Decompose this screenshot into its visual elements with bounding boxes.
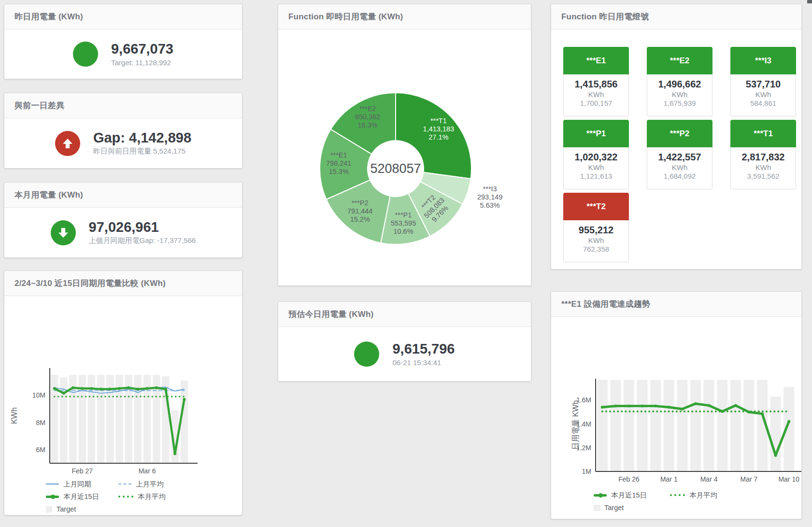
status-tiles-grid: ***E1 1,415,856 KWh 1,700,157 ***E2 1,49… [551,29,801,262]
target-bars [597,380,794,471]
stat-text: 97,026,961 上個月同期用電Gap: -17,377,566 [89,220,196,246]
status-circle-icon [73,42,98,67]
status-tile-name: ***T2 [586,202,606,212]
panel-yesterday-usage: 昨日用電量 (KWh) 9,667,073 Target: 11,128,992 [4,4,242,79]
legend-item[interactable]: Target [594,502,670,513]
x-axis-tick: Mar 10 [778,475,799,483]
status-tile-header: ***T1 [730,120,796,147]
x-axis-tick: Feb 26 [618,475,640,483]
y-axis-tick: 8M [36,419,45,427]
status-tile-name: ***T1 [754,129,773,139]
status-tile-header: ***E2 [647,47,712,74]
panel-title: 昨日用電量 (KWh) [14,11,83,22]
x-axis-tick: Mar 4 [700,475,718,483]
y-axis-tick: 6M [36,446,45,454]
scrollbar-thumb[interactable] [807,0,812,3]
panel-title: 本月用電量 (KWh) [14,189,83,200]
panel-today-forecast: 預估今日用電量 (KWh) 9,615,796 06-21 15:34:41 [278,301,531,382]
donut-chart-canvas: ***T11,413,18327.1%***I3293,1495.63%***T… [278,29,531,285]
trend-chart-legend: 本月近15日本月平均Target [594,490,801,513]
stat-value: 9,667,073 [111,42,173,57]
stat-content: 9,667,073 Target: 11,128,992 [4,29,242,79]
x-axis-tick: Mar 1 [660,475,678,483]
y-axis-tick: 1M [582,468,591,475]
status-tile-unit: KWh [731,90,796,99]
legend-item[interactable]: 本月平均 [118,491,242,502]
arrow-down-circle-icon [51,220,76,245]
stat-text: 9,615,796 06-21 15:34:41 [392,342,455,367]
status-tile-value: 1,020,322 [564,152,628,163]
status-tile-target: 1,675,939 [647,99,712,107]
legend-label: 本月平均 [138,492,166,501]
legend-item[interactable]: 本月平均 [670,490,801,500]
legend-item[interactable]: 本月近15日 [594,490,670,500]
status-tile-body: 1,415,856 KWh 1,700,157 [563,74,629,116]
panel-title: ***E1 設備用電達成趨勢 [561,299,650,310]
legend-label: 本月近15日 [63,492,99,501]
legend-marker-icon [118,484,131,484]
status-tile: ***P2 1,422,557 KWh 1,684,092 [647,120,712,189]
legend-item[interactable]: 本月近15日 [46,491,118,502]
panel-month-usage: 本月用電量 (KWh) 97,026,961 上個月同期用電Gap: -17,3… [4,182,242,258]
status-tile-target: 3,591,562 [731,172,796,180]
trend-chart: 1M1.2M1.4M1.6MFeb 26Mar 1Mar 4Mar 7Mar 1… [551,317,801,519]
status-tile-name: ***I3 [755,56,771,66]
legend-marker-icon [594,494,607,497]
status-tile-target: 1,121,613 [564,172,628,180]
panel-header: ***E1 設備用電達成趨勢 [551,292,801,317]
status-tile-unit: KWh [647,90,712,99]
status-tile-body: 1,020,322 KWh 1,121,613 [563,147,629,189]
legend-label: Target [57,505,76,513]
panel-title: 預估今日用電量 (KWh) [288,309,373,320]
stat-text: 9,667,073 Target: 11,128,992 [111,42,173,67]
stat-value: 97,026,961 [89,220,196,235]
legend-item[interactable]: Target [46,504,118,514]
stat-content: Gap: 4,142,898 昨日與前日用電量 5,524,175 [4,118,242,168]
legend-marker-icon [118,496,133,498]
stat-timestamp: 06-21 15:34:41 [392,358,455,367]
legend-marker-icon [46,496,59,498]
panel-header: 昨日用電量 (KWh) [4,4,242,29]
comparison-chart-legend: 上月同期上月平均本月近15日本月平均Target [46,479,242,514]
comparison-chart: 6M8M10MFeb 27Mar 6KWh 上月同期上月平均本月近15日本月平均… [4,296,242,515]
panel-header: 2/24~3/10 近15日同期用電量比較 (KWh) [4,271,242,296]
legend-marker-icon [594,505,600,511]
donut-center-value: 5208057 [370,161,421,176]
comparison-chart-canvas: 6M8M10MFeb 27Mar 6KWh [4,296,242,477]
status-tile-value: 955,212 [564,225,628,236]
status-tile-value: 1,422,557 [647,152,712,163]
y-axis-label: 日用電量 KWh [571,400,580,450]
legend-label: Target [604,504,624,512]
status-tile-header: ***I3 [730,47,796,74]
status-tile: ***E2 1,496,662 KWh 1,675,939 [647,47,712,116]
legend-marker-icon [46,484,59,484]
status-tile-target: 1,684,092 [647,172,712,180]
legend-label: 上月平均 [136,480,164,489]
stat-content: 9,615,796 06-21 15:34:41 [278,327,531,381]
right-column: Function 昨日用電燈號 ***E1 1,415,856 KWh 1,70… [551,4,802,519]
donut-chart: ***T11,413,18327.1%***I3293,1495.63%***T… [278,29,531,285]
panel-header: Function 昨日用電燈號 [551,4,801,29]
status-tile-target: 1,700,157 [564,99,628,107]
legend-item[interactable]: 上月同期 [46,479,118,489]
panel-title: Function 昨日用電燈號 [561,11,649,22]
middle-column: Function 即時日用電量 (KWh) ***T11,413,18327.1… [278,4,531,382]
panel-status-lights: Function 昨日用電燈號 ***E1 1,415,856 KWh 1,70… [551,4,802,270]
status-tile-name: ***E1 [586,56,606,66]
status-tile-body: 1,496,662 KWh 1,675,939 [647,74,712,116]
panel-realtime-donut: Function 即時日用電量 (KWh) ***T11,413,18327.1… [278,4,531,286]
legend-marker-icon [670,494,685,496]
status-tile: ***E1 1,415,856 KWh 1,700,157 [563,47,629,116]
stat-content: 97,026,961 上個月同期用電Gap: -17,377,566 [4,208,242,257]
panel-header: 與前一日差異 [4,93,242,118]
status-tile-value: 537,710 [731,79,796,90]
panel-title: 2/24~3/10 近15日同期用電量比較 (KWh) [14,278,166,289]
panel-title: 與前一日差異 [14,100,64,111]
status-tile: ***T2 955,212 KWh 762,358 [563,193,629,262]
legend-item[interactable]: 上月平均 [118,479,242,489]
status-circle-icon [354,342,379,367]
stat-text: Gap: 4,142,898 昨日與前日用電量 5,524,175 [93,130,191,157]
x-axis-tick: Mar 7 [741,475,758,483]
y-axis-label: KWh [10,407,18,424]
status-tile-target: 762,358 [564,245,628,253]
